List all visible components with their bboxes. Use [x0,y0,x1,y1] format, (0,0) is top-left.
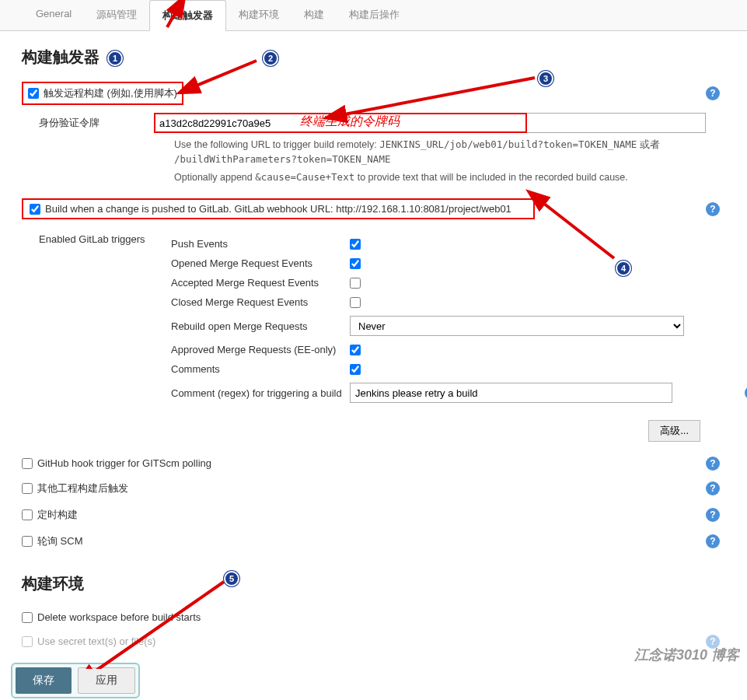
config-tabs: General 源码管理 构建触发器 构建环境 构建 构建后操作 [0,0,747,31]
other-proj-checkbox[interactable] [22,483,33,494]
enabled-triggers-label: Enabled GitLab triggers [39,230,171,245]
gitlab-trigger-label: Build when a change is pushed to GitLab.… [45,203,511,215]
tab-scm[interactable]: 源码管理 [84,0,149,30]
apply-button[interactable]: 应用 [78,667,135,669]
tab-build[interactable]: 构建 [291,0,337,30]
timed-build-label: 定时构建 [37,508,78,522]
annotation-badge-5: 5 [224,571,239,586]
remote-trigger-label: 触发远程构建 (例如,使用脚本) [44,86,177,100]
rebuild-mr-select[interactable]: Never [350,316,684,336]
help-icon[interactable]: ? [706,202,720,216]
accepted-mr-label: Accepted Merge Request Events [171,277,350,289]
comment-regex-label: Comment (regex) for triggering a build [171,387,350,399]
annotation-badge-4: 4 [616,261,631,276]
other-proj-label: 其他工程构建后触发 [37,481,128,495]
tab-post[interactable]: 构建后操作 [337,0,412,30]
comment-regex-input[interactable] [350,383,672,403]
secret-checkbox[interactable] [22,636,33,647]
push-events-checkbox[interactable] [350,239,361,250]
opened-mr-label: Opened Merge Request Events [171,257,350,269]
gitlab-trigger-checkbox[interactable] [30,204,40,215]
tab-general[interactable]: General [23,0,84,30]
annotation-badge-2: 2 [263,51,278,66]
delete-ws-checkbox[interactable] [22,612,33,623]
auth-token-input[interactable] [154,113,706,133]
poll-scm-checkbox[interactable] [22,536,33,547]
save-button[interactable]: 保存 [16,667,72,669]
push-events-label: Push Events [171,238,350,250]
github-hook-checkbox[interactable] [22,458,33,469]
tab-triggers[interactable]: 构建触发器 [149,0,226,31]
section-env-title: 构建环境 [22,573,731,594]
help-icon[interactable]: ? [706,508,720,522]
watermark: 江念诺3010 博客 [634,646,739,664]
help-icon[interactable]: ? [706,534,720,548]
comments-label: Comments [171,363,350,375]
advanced-button[interactable]: 高级... [648,420,700,442]
comments-checkbox[interactable] [350,364,361,375]
remote-trigger-checkbox[interactable] [28,88,39,99]
github-hook-label: GitHub hook trigger for GITScm polling [37,457,211,469]
tab-env[interactable]: 构建环境 [226,0,291,30]
secret-label: Use secret text(s) or file(s) [37,635,155,647]
closed-mr-checkbox[interactable] [350,297,361,308]
rebuild-mr-label: Rebuild open Merge Requests [171,320,350,332]
annotation-badge-3: 3 [538,71,553,86]
annotation-badge-1: 1 [107,51,123,66]
help-icon[interactable]: ? [706,481,720,495]
timed-build-checkbox[interactable] [22,509,33,520]
approved-mr-checkbox[interactable] [350,345,361,355]
footer-buttons: 保存 应用 [11,663,140,669]
closed-mr-label: Closed Merge Request Events [171,296,350,308]
accepted-mr-checkbox[interactable] [350,278,361,289]
auth-token-label: 身份验证令牌 [22,113,154,130]
approved-mr-label: Approved Merge Requests (EE-only) [171,344,350,355]
help-icon[interactable]: ? [706,457,720,471]
opened-mr-checkbox[interactable] [350,258,361,269]
poll-scm-label: 轮询 SCM [37,534,83,548]
remote-trigger-help1: Use the following URL to trigger build r… [174,138,718,167]
section-triggers-title: 构建触发器 [22,47,731,68]
delete-ws-label: Delete workspace before build starts [37,611,201,623]
help-icon[interactable]: ? [706,86,720,100]
remote-trigger-help2: Optionally append &cause=Cause+Text to p… [174,170,718,185]
